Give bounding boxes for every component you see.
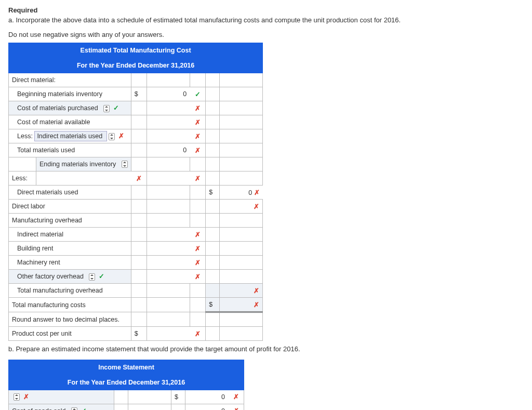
row-total-mfg-costs: Total manufacturing costs $ ✗ bbox=[9, 298, 263, 312]
label-total-mat-used: Total materials used bbox=[9, 143, 131, 157]
x-icon: ✗ bbox=[195, 105, 201, 112]
label-direct-labor: Direct labor bbox=[9, 200, 131, 214]
label-machinery-rent: Machinery rent bbox=[9, 256, 131, 270]
value-direct-mat-used[interactable]: 0 bbox=[248, 189, 252, 196]
row-less-indirect: Less: Indirect materials used ✗ ✗ bbox=[9, 129, 263, 143]
dropdown-icon[interactable] bbox=[89, 273, 95, 281]
instruction-no-negative: Do not use negative signs with any of yo… bbox=[8, 30, 524, 40]
x-icon: ✗ bbox=[195, 133, 201, 140]
label-cost-mat-purch: Cost of materials purchased bbox=[17, 104, 98, 112]
x-icon: ✗ bbox=[195, 231, 201, 239]
x-icon: ✗ bbox=[136, 175, 142, 182]
dropdown-icon[interactable] bbox=[109, 133, 115, 140]
row-total-mat-used: Total materials used 0 ✗ bbox=[9, 143, 263, 157]
table2-title1: Income Statement bbox=[9, 360, 244, 375]
x-icon: ✗ bbox=[233, 407, 239, 410]
label-mfg-overhead: Manufacturing overhead bbox=[9, 214, 131, 228]
row-is-line1: ✗ $ 0 ✗ bbox=[9, 390, 244, 404]
row-prod-cost-unit: Product cost per unit $ ✗ bbox=[9, 327, 263, 341]
x-icon: ✗ bbox=[23, 393, 29, 401]
label-ending-mat-inv: Ending materials inventory bbox=[39, 161, 116, 168]
table1-title1: Estimated Total Manufacturing Cost bbox=[9, 43, 263, 58]
x-icon: ✗ bbox=[195, 259, 201, 267]
row-mfg-overhead: Manufacturing overhead bbox=[9, 214, 263, 228]
x-icon: ✗ bbox=[195, 273, 201, 281]
required-heading: Required bbox=[8, 6, 524, 14]
dropdown-icon[interactable] bbox=[103, 105, 110, 112]
manufacturing-cost-table: Estimated Total Manufacturing Cost For t… bbox=[8, 43, 263, 341]
value-cogs[interactable]: 0 bbox=[221, 407, 225, 411]
x-icon: ✗ bbox=[195, 330, 201, 338]
instruction-a: a. Incorporate the above data into a sch… bbox=[8, 15, 524, 25]
row-indirect-material: Indirect material ✗ bbox=[9, 228, 263, 242]
x-icon: ✗ bbox=[254, 189, 260, 196]
row-ending-inv-dropdown: Ending materials inventory bbox=[9, 157, 263, 171]
label-indirect-material: Indirect material bbox=[9, 228, 131, 242]
currency-symbol: $ bbox=[131, 327, 147, 341]
income-statement-table: Income Statement For the Year Ended Dece… bbox=[8, 360, 244, 411]
row-cost-mat-purch: Cost of materials purchased ✓ ✗ bbox=[9, 101, 263, 115]
currency-symbol: $ bbox=[206, 186, 220, 200]
row-direct-labor: Direct labor ✗ bbox=[9, 200, 263, 214]
value-total-mat-used[interactable]: 0 bbox=[183, 147, 187, 154]
currency-symbol: $ bbox=[131, 87, 147, 101]
label-round-note: Round answer to two decimal places. bbox=[9, 312, 131, 327]
label-direct-material: Direct material: bbox=[9, 73, 131, 87]
check-icon: ✓ bbox=[195, 91, 201, 98]
x-icon: ✗ bbox=[195, 245, 201, 253]
x-icon: ✗ bbox=[254, 287, 259, 295]
row-cogs: Cost of goods sold ✓ 0 ✗ bbox=[9, 404, 244, 410]
row-other-factory: Other factory overhead ✓ ✗ bbox=[9, 270, 263, 284]
label-cost-mat-avail: Cost of material available bbox=[9, 115, 131, 129]
row-direct-material: Direct material: bbox=[9, 73, 263, 87]
row-beg-mat-inv: Beginning materials inventory $ 0 ✓ bbox=[9, 87, 263, 101]
row-total-mfg-overhead: Total manufacturing overhead ✗ bbox=[9, 284, 263, 298]
x-icon: ✗ bbox=[233, 393, 239, 401]
row-cost-mat-avail: Cost of material available ✗ bbox=[9, 115, 263, 129]
table2-title2: For the Year Ended December 31,2016 bbox=[9, 375, 244, 390]
label-less2: Less: bbox=[9, 171, 36, 186]
x-icon: ✗ bbox=[195, 147, 201, 154]
row-round-note: Round answer to two decimal places. bbox=[9, 312, 263, 327]
label-other-factory: Other factory overhead bbox=[17, 273, 84, 280]
row-building-rent: Building rent ✗ bbox=[9, 242, 263, 256]
label-cogs: Cost of goods sold bbox=[12, 407, 66, 410]
value-is-line1[interactable]: 0 bbox=[221, 393, 225, 401]
value-beg-mat-inv[interactable]: 0 bbox=[183, 90, 187, 98]
check-icon: ✓ bbox=[99, 273, 104, 280]
x-icon: ✗ bbox=[118, 133, 124, 140]
instruction-b: b. Prepare an estimated income statement… bbox=[8, 344, 524, 354]
row-machinery-rent: Machinery rent ✗ bbox=[9, 256, 263, 270]
x-icon: ✗ bbox=[254, 301, 259, 309]
label-total-mfg-costs: Total manufacturing costs bbox=[9, 298, 131, 312]
check-icon: ✓ bbox=[81, 407, 87, 410]
label-less: Less: bbox=[17, 133, 33, 140]
dropdown-icon[interactable] bbox=[122, 161, 128, 168]
check-icon: ✓ bbox=[113, 104, 119, 112]
row-less-blank: Less: ✗ ✗ bbox=[9, 171, 263, 186]
x-icon: ✗ bbox=[195, 119, 201, 126]
label-direct-mat-used: Direct materials used bbox=[9, 186, 131, 200]
currency-symbol: $ bbox=[171, 390, 185, 404]
label-prod-cost-unit: Product cost per unit bbox=[9, 327, 131, 341]
label-building-rent: Building rent bbox=[9, 242, 131, 256]
table1-title2: For the Year Ended December 31,2016 bbox=[9, 58, 263, 73]
dropdown-icon[interactable] bbox=[14, 393, 20, 401]
currency-symbol: $ bbox=[206, 298, 220, 312]
label-beg-mat-inv: Beginning materials inventory bbox=[9, 87, 131, 101]
x-icon: ✗ bbox=[254, 203, 259, 210]
label-indirect-mat-used: Indirect materials used bbox=[37, 133, 102, 140]
x-icon: ✗ bbox=[195, 175, 201, 182]
row-direct-mat-used: Direct materials used $ 0 ✗ bbox=[9, 186, 263, 200]
dropdown-icon[interactable] bbox=[71, 407, 77, 410]
label-total-mfg-overhead: Total manufacturing overhead bbox=[9, 284, 131, 298]
